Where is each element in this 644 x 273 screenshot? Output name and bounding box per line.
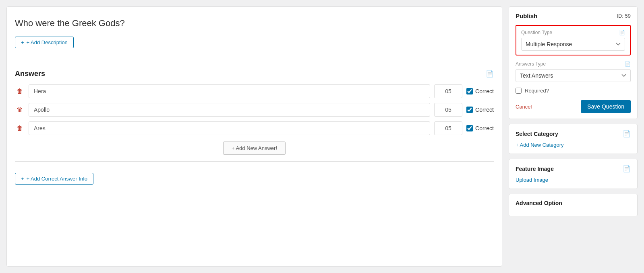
save-question-button[interactable]: Save Question	[581, 100, 631, 113]
correct-1-checkbox[interactable]	[466, 88, 473, 94]
add-correct-answer-info-button[interactable]: + + Add Correct Answer Info	[15, 173, 93, 185]
cancel-link[interactable]: Cancel	[516, 104, 532, 110]
delete-answer-3-button[interactable]: 🗑	[15, 123, 25, 133]
answers-doc-icon: 📄	[486, 70, 494, 78]
correct-3-checkbox[interactable]	[466, 125, 473, 131]
category-doc-icon: 📄	[623, 130, 631, 138]
publish-id: ID: 59	[617, 13, 631, 19]
score-2-input[interactable]	[434, 103, 462, 117]
add-answer-label: + Add New Answer!	[232, 145, 277, 151]
answers-type-select[interactable]: Text Answers Image Answers	[516, 69, 631, 82]
answers-type-doc-icon: 📄	[625, 61, 631, 67]
advanced-option-box: Advanced Option	[509, 194, 638, 216]
correct-3-label: Correct	[475, 125, 494, 131]
feature-image-title: Feature Image	[516, 166, 554, 172]
category-title: Select Category	[516, 131, 558, 137]
question-title-input[interactable]	[15, 15, 494, 32]
required-row: Required?	[516, 88, 631, 94]
feature-image-box: Feature Image 📄 Upload Image	[509, 159, 638, 189]
sidebar: Publish ID: 59 Question Type 📄 Multiple …	[509, 6, 638, 267]
divider-1	[15, 63, 494, 63]
advanced-option-header: Advanced Option	[516, 200, 631, 206]
add-description-button[interactable]: + + Add Description	[15, 37, 74, 48]
question-type-label: Question Type 📄	[521, 30, 625, 35]
delete-answer-2-button[interactable]: 🗑	[15, 105, 25, 115]
publish-header: Publish ID: 59	[516, 12, 631, 19]
plus-icon-2: +	[21, 176, 24, 182]
add-description-label: + Add Description	[27, 39, 68, 45]
delete-answer-1-button[interactable]: 🗑	[15, 86, 25, 96]
correct-2-label: Correct	[475, 107, 494, 113]
score-1-input[interactable]	[434, 84, 462, 98]
answers-title: Answers	[15, 70, 45, 78]
select-category-box: Select Category 📄 + Add New Category	[509, 124, 638, 154]
required-checkbox[interactable]	[516, 88, 522, 94]
answer-row: 🗑 Correct	[15, 84, 494, 98]
question-type-section: Question Type 📄 Multiple Response Single…	[516, 25, 631, 55]
correct-2-check: Correct	[466, 107, 494, 113]
publish-title: Publish	[516, 12, 537, 19]
answer-1-input[interactable]	[29, 84, 430, 98]
correct-1-check: Correct	[466, 88, 494, 94]
answer-2-input[interactable]	[29, 103, 430, 117]
feature-image-header: Feature Image 📄	[516, 165, 631, 172]
add-correct-answer-label: + Add Correct Answer Info	[27, 176, 87, 182]
upload-image-link[interactable]: Upload Image	[516, 177, 548, 183]
answers-type-label: Answers Type 📄	[516, 61, 631, 67]
answers-header: Answers 📄	[15, 70, 494, 78]
category-header: Select Category 📄	[516, 130, 631, 138]
question-type-doc-icon: 📄	[619, 30, 625, 35]
required-label: Required?	[525, 88, 549, 94]
advanced-option-title: Advanced Option	[516, 200, 562, 206]
correct-1-label: Correct	[475, 88, 494, 94]
correct-3-check: Correct	[466, 125, 494, 131]
divider-2	[15, 161, 494, 162]
score-3-input[interactable]	[434, 121, 462, 135]
question-type-select[interactable]: Multiple Response Single Response True/F…	[521, 38, 625, 51]
answer-row: 🗑 Correct	[15, 121, 494, 135]
answer-3-input[interactable]	[29, 121, 430, 135]
correct-2-checkbox[interactable]	[466, 107, 473, 113]
main-panel: + + Add Description Answers 📄 🗑 Correct …	[6, 6, 502, 267]
add-new-answer-button[interactable]: + Add New Answer!	[223, 142, 286, 155]
feature-image-doc-icon: 📄	[623, 165, 631, 172]
plus-icon: +	[21, 39, 24, 45]
add-new-category-link[interactable]: + Add New Category	[516, 142, 564, 148]
action-row: Cancel Save Question	[516, 100, 631, 113]
answers-type-section: Answers Type 📄 Text Answers Image Answer…	[516, 61, 631, 82]
publish-box: Publish ID: 59 Question Type 📄 Multiple …	[509, 6, 638, 119]
answer-row: 🗑 Correct	[15, 103, 494, 117]
